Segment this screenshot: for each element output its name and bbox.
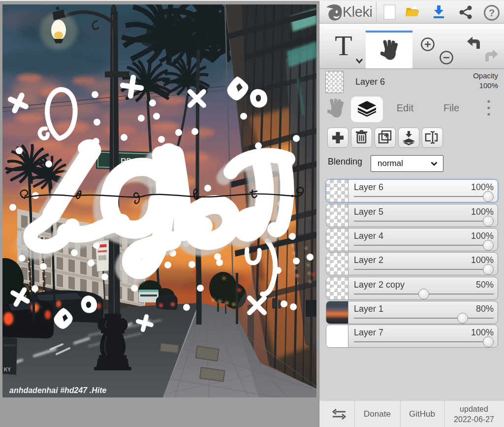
svg-text:KY: KY: [4, 367, 11, 372]
svg-text:?: ?: [489, 7, 495, 18]
svg-text:anhdadenhai #hd247 .Hite: anhdadenhai #hd247 .Hite: [9, 386, 106, 394]
